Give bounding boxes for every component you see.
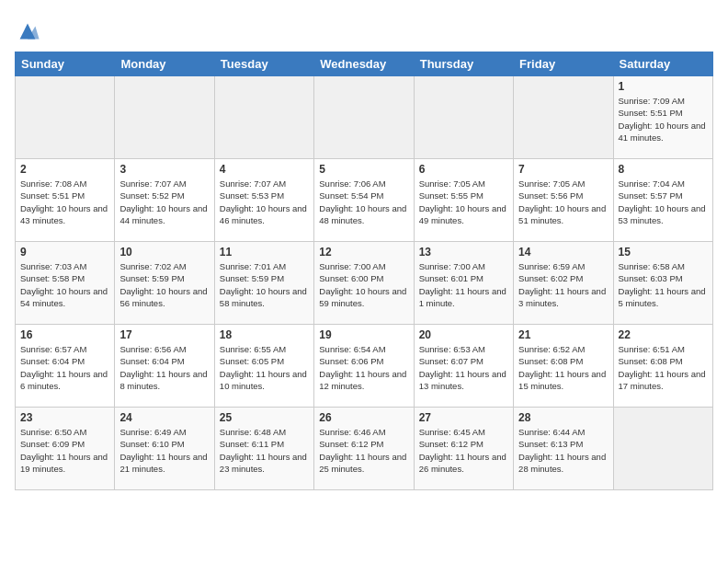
calendar-cell-w2d4: 13Sunrise: 7:00 AM Sunset: 6:01 PM Dayli…	[414, 242, 513, 325]
day-info: Sunrise: 6:46 AM Sunset: 6:12 PM Dayligh…	[319, 426, 408, 475]
logo-icon	[15, 18, 40, 44]
day-info: Sunrise: 7:05 AM Sunset: 5:56 PM Dayligh…	[518, 178, 608, 226]
calendar-week-row-2: 9Sunrise: 7:03 AM Sunset: 5:58 PM Daylig…	[16, 242, 713, 325]
calendar-cell-w0d0	[16, 76, 115, 159]
day-number: 8	[619, 163, 708, 176]
day-number: 19	[319, 328, 408, 341]
day-info: Sunrise: 6:54 AM Sunset: 6:06 PM Dayligh…	[319, 343, 408, 392]
calendar-cell-w1d4: 6Sunrise: 7:05 AM Sunset: 5:55 PM Daylig…	[414, 159, 513, 242]
day-info: Sunrise: 6:49 AM Sunset: 6:10 PM Dayligh…	[119, 426, 209, 475]
day-info: Sunrise: 7:00 AM Sunset: 6:01 PM Dayligh…	[419, 260, 508, 309]
calendar-cell-w1d0: 2Sunrise: 7:08 AM Sunset: 5:51 PM Daylig…	[16, 159, 115, 242]
calendar-cell-w3d0: 16Sunrise: 6:57 AM Sunset: 6:04 PM Dayli…	[16, 325, 115, 408]
day-number: 23	[20, 411, 109, 424]
calendar-cell-w4d1: 24Sunrise: 6:49 AM Sunset: 6:10 PM Dayli…	[115, 408, 214, 490]
weekday-header-friday: Friday	[514, 52, 613, 76]
calendar-cell-w4d6	[613, 408, 712, 490]
day-number: 21	[518, 328, 608, 341]
weekday-header-monday: Monday	[115, 52, 214, 76]
day-number: 28	[518, 411, 608, 424]
day-info: Sunrise: 7:07 AM Sunset: 5:52 PM Dayligh…	[119, 178, 209, 226]
weekday-header-row: SundayMondayTuesdayWednesdayThursdayFrid…	[16, 52, 713, 76]
calendar-cell-w1d3: 5Sunrise: 7:06 AM Sunset: 5:54 PM Daylig…	[314, 159, 414, 242]
day-number: 12	[319, 246, 408, 259]
weekday-header-tuesday: Tuesday	[214, 52, 313, 76]
day-info: Sunrise: 7:02 AM Sunset: 5:59 PM Dayligh…	[119, 260, 209, 309]
calendar-week-row-3: 16Sunrise: 6:57 AM Sunset: 6:04 PM Dayli…	[16, 325, 713, 408]
calendar-cell-w1d1: 3Sunrise: 7:07 AM Sunset: 5:52 PM Daylig…	[115, 159, 214, 242]
day-number: 10	[119, 246, 209, 259]
day-number: 25	[220, 411, 309, 424]
page-header	[15, 15, 713, 44]
calendar-cell-w0d6: 1Sunrise: 7:09 AM Sunset: 5:51 PM Daylig…	[613, 76, 712, 159]
calendar-week-row-0: 1Sunrise: 7:09 AM Sunset: 5:51 PM Daylig…	[16, 76, 713, 159]
day-info: Sunrise: 6:51 AM Sunset: 6:08 PM Dayligh…	[619, 343, 708, 392]
day-info: Sunrise: 6:53 AM Sunset: 6:07 PM Dayligh…	[419, 343, 508, 392]
day-number: 11	[220, 246, 309, 259]
day-number: 4	[220, 163, 309, 176]
day-number: 14	[518, 246, 608, 259]
day-info: Sunrise: 6:57 AM Sunset: 6:04 PM Dayligh…	[20, 343, 109, 392]
calendar-cell-w3d3: 19Sunrise: 6:54 AM Sunset: 6:06 PM Dayli…	[314, 325, 414, 408]
calendar-cell-w2d2: 11Sunrise: 7:01 AM Sunset: 5:59 PM Dayli…	[214, 242, 313, 325]
day-number: 6	[419, 163, 508, 176]
calendar-table: SundayMondayTuesdayWednesdayThursdayFrid…	[15, 52, 713, 490]
calendar-week-row-1: 2Sunrise: 7:08 AM Sunset: 5:51 PM Daylig…	[16, 159, 713, 242]
calendar-cell-w0d2	[214, 76, 313, 159]
weekday-header-sunday: Sunday	[16, 52, 115, 76]
day-info: Sunrise: 6:44 AM Sunset: 6:13 PM Dayligh…	[518, 426, 608, 475]
weekday-header-thursday: Thursday	[414, 52, 513, 76]
calendar-cell-w2d1: 10Sunrise: 7:02 AM Sunset: 5:59 PM Dayli…	[115, 242, 214, 325]
day-number: 22	[619, 328, 708, 341]
day-number: 27	[419, 411, 508, 424]
day-number: 9	[20, 246, 109, 259]
calendar-cell-w4d4: 27Sunrise: 6:45 AM Sunset: 6:12 PM Dayli…	[414, 408, 513, 490]
day-number: 5	[319, 163, 408, 176]
weekday-header-wednesday: Wednesday	[314, 52, 414, 76]
calendar-cell-w0d5	[514, 76, 613, 159]
calendar-cell-w4d0: 23Sunrise: 6:50 AM Sunset: 6:09 PM Dayli…	[16, 408, 115, 490]
calendar-cell-w4d5: 28Sunrise: 6:44 AM Sunset: 6:13 PM Dayli…	[514, 408, 613, 490]
day-number: 20	[419, 328, 508, 341]
calendar-cell-w0d4	[414, 76, 513, 159]
calendar-cell-w4d2: 25Sunrise: 6:48 AM Sunset: 6:11 PM Dayli…	[214, 408, 313, 490]
day-number: 18	[220, 328, 309, 341]
calendar-cell-w3d5: 21Sunrise: 6:52 AM Sunset: 6:08 PM Dayli…	[514, 325, 613, 408]
day-info: Sunrise: 7:07 AM Sunset: 5:53 PM Dayligh…	[220, 178, 309, 226]
calendar-cell-w2d5: 14Sunrise: 6:59 AM Sunset: 6:02 PM Dayli…	[514, 242, 613, 325]
weekday-header-saturday: Saturday	[613, 52, 712, 76]
calendar-cell-w0d3	[314, 76, 414, 159]
day-number: 7	[518, 163, 608, 176]
day-number: 16	[20, 328, 109, 341]
calendar-cell-w3d1: 17Sunrise: 6:56 AM Sunset: 6:04 PM Dayli…	[115, 325, 214, 408]
calendar-cell-w2d3: 12Sunrise: 7:00 AM Sunset: 6:00 PM Dayli…	[314, 242, 414, 325]
day-info: Sunrise: 7:06 AM Sunset: 5:54 PM Dayligh…	[319, 178, 408, 226]
day-info: Sunrise: 6:58 AM Sunset: 6:03 PM Dayligh…	[619, 260, 708, 309]
day-info: Sunrise: 7:05 AM Sunset: 5:55 PM Dayligh…	[419, 178, 508, 226]
calendar-cell-w0d1	[115, 76, 214, 159]
day-info: Sunrise: 7:08 AM Sunset: 5:51 PM Dayligh…	[20, 178, 109, 226]
calendar-cell-w2d0: 9Sunrise: 7:03 AM Sunset: 5:58 PM Daylig…	[16, 242, 115, 325]
calendar-cell-w1d2: 4Sunrise: 7:07 AM Sunset: 5:53 PM Daylig…	[214, 159, 313, 242]
day-info: Sunrise: 7:03 AM Sunset: 5:58 PM Dayligh…	[20, 260, 109, 309]
calendar-cell-w4d3: 26Sunrise: 6:46 AM Sunset: 6:12 PM Dayli…	[314, 408, 414, 490]
day-info: Sunrise: 6:52 AM Sunset: 6:08 PM Dayligh…	[518, 343, 608, 392]
day-info: Sunrise: 7:09 AM Sunset: 5:51 PM Dayligh…	[619, 95, 708, 144]
day-info: Sunrise: 6:59 AM Sunset: 6:02 PM Dayligh…	[518, 260, 608, 309]
calendar-week-row-4: 23Sunrise: 6:50 AM Sunset: 6:09 PM Dayli…	[16, 408, 713, 490]
day-number: 13	[419, 246, 508, 259]
calendar-cell-w2d6: 15Sunrise: 6:58 AM Sunset: 6:03 PM Dayli…	[613, 242, 712, 325]
day-number: 3	[119, 163, 209, 176]
day-number: 26	[319, 411, 408, 424]
day-info: Sunrise: 6:56 AM Sunset: 6:04 PM Dayligh…	[119, 343, 209, 392]
day-number: 24	[119, 411, 209, 424]
day-info: Sunrise: 6:50 AM Sunset: 6:09 PM Dayligh…	[20, 426, 109, 475]
day-info: Sunrise: 6:48 AM Sunset: 6:11 PM Dayligh…	[220, 426, 309, 475]
calendar-cell-w3d4: 20Sunrise: 6:53 AM Sunset: 6:07 PM Dayli…	[414, 325, 513, 408]
calendar-cell-w1d5: 7Sunrise: 7:05 AM Sunset: 5:56 PM Daylig…	[514, 159, 613, 242]
day-number: 15	[619, 246, 708, 259]
day-info: Sunrise: 6:55 AM Sunset: 6:05 PM Dayligh…	[220, 343, 309, 392]
day-info: Sunrise: 7:01 AM Sunset: 5:59 PM Dayligh…	[220, 260, 309, 309]
calendar-cell-w1d6: 8Sunrise: 7:04 AM Sunset: 5:57 PM Daylig…	[613, 159, 712, 242]
day-number: 2	[20, 163, 109, 176]
